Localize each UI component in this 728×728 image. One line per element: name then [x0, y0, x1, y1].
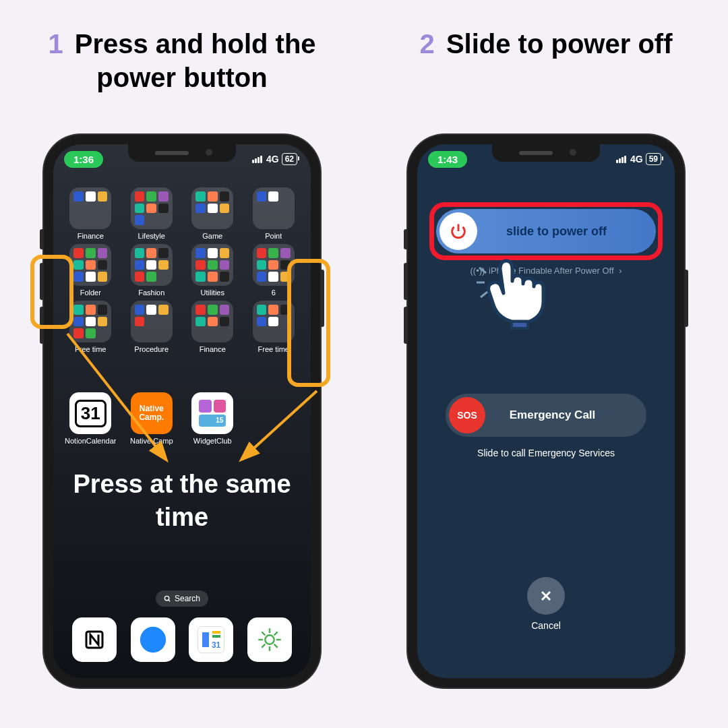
dock-app-notion[interactable]: [72, 617, 117, 662]
status-right: 4G 62: [252, 153, 297, 165]
folder-label: Folder: [80, 289, 101, 297]
emergency-label: Emergency Call: [485, 408, 646, 422]
folder-label: Utilities: [201, 289, 224, 297]
step-2: 2 Slide to power off 1:43 4G 59: [364, 0, 728, 728]
cancel-label: Cancel: [531, 620, 561, 631]
folder-label: Finance: [200, 345, 226, 353]
folder-utilities[interactable]: Utilities: [183, 244, 242, 297]
network-label: 4G: [630, 154, 643, 164]
notch: [492, 144, 600, 162]
folder-icon: [253, 187, 295, 229]
emergency-slider[interactable]: SOS Emergency Call: [446, 394, 646, 437]
signal-icon: [252, 156, 262, 163]
mute-switch[interactable]: [404, 229, 408, 249]
step-1-title: Press and hold the power button: [75, 29, 316, 92]
svg-line-14: [243, 391, 317, 458]
folder-icon: [131, 244, 173, 286]
step-1-header: 1 Press and hold the power button: [7, 27, 357, 121]
folder-icon: [191, 187, 233, 229]
power-off-screen: 1:43 4G 59 slide to power off: [417, 144, 675, 678]
svg-line-13: [67, 334, 165, 458]
volume-down-button[interactable]: [404, 307, 408, 344]
arrow-left: [61, 327, 182, 475]
highlight-power-button: [287, 259, 330, 387]
folder-lifestyle[interactable]: Lifestyle: [123, 187, 181, 240]
folder-icon: [191, 244, 233, 286]
folder-point[interactable]: Point: [245, 187, 303, 240]
step-2-num: 2: [420, 29, 435, 59]
search-pill[interactable]: Search: [156, 590, 208, 607]
svg-line-11: [262, 644, 265, 648]
folder-label: Point: [265, 232, 282, 240]
signal-icon: [616, 156, 626, 163]
folder-icon: [191, 301, 233, 342]
overlay-instruction: Press at the same time: [53, 468, 311, 535]
cancel-circle[interactable]: [527, 577, 565, 615]
battery-icon: 59: [646, 153, 661, 165]
dock-app-calendar[interactable]: 31: [189, 617, 233, 662]
step-2-title: Slide to power off: [446, 29, 673, 59]
folder-icon: [69, 187, 111, 229]
svg-point-0: [164, 596, 169, 600]
sos-knob[interactable]: SOS: [449, 397, 485, 433]
folder-finance[interactable]: Finance: [183, 301, 242, 353]
notch: [128, 144, 236, 162]
dock-app-star[interactable]: [247, 617, 292, 662]
phone-2: 1:43 4G 59 slide to power off: [408, 135, 684, 688]
status-right: 4G 59: [616, 153, 661, 165]
svg-line-10: [274, 644, 277, 648]
folder-label: Finance: [78, 232, 104, 240]
time-pill[interactable]: 1:36: [64, 151, 103, 168]
svg-rect-15: [512, 322, 528, 328]
folder-label: Fashion: [138, 289, 164, 297]
folder-icon: [69, 244, 111, 286]
svg-line-1: [169, 599, 170, 601]
svg-line-12: [274, 632, 277, 635]
close-icon: [538, 588, 554, 604]
steps-container: 1 Press and hold the power button 1:36 4…: [0, 0, 728, 728]
emergency-sub: Slide to call Emergency Services: [417, 448, 675, 458]
search-label: Search: [175, 594, 200, 603]
power-button[interactable]: [684, 270, 688, 327]
folder-label: 6: [272, 289, 276, 297]
step-1: 1 Press and hold the power button 1:36 4…: [0, 0, 364, 728]
mute-switch[interactable]: [40, 229, 44, 249]
folder-label: Free time: [258, 345, 289, 353]
folder-icon: [131, 187, 173, 229]
phone-2-screen: 1:43 4G 59 slide to power off: [417, 144, 675, 678]
step-2-header: 2 Slide to power off: [420, 27, 673, 121]
folder-label: Lifestyle: [138, 232, 165, 240]
volume-up-button[interactable]: [404, 263, 408, 300]
svg-point-4: [265, 635, 274, 644]
svg-line-9: [262, 632, 265, 635]
folder-fashion[interactable]: Fashion: [123, 244, 181, 297]
folder-finance[interactable]: Finance: [61, 187, 120, 240]
arrow-right: [229, 384, 324, 472]
app-icon: 15: [191, 392, 233, 434]
network-label: 4G: [266, 154, 279, 164]
cancel-button[interactable]: Cancel: [527, 577, 565, 631]
search-icon: [164, 595, 171, 603]
svg-point-3: [140, 627, 166, 653]
dock-app-safari[interactable]: [131, 617, 175, 662]
folder-label: Game: [202, 232, 222, 240]
time-pill[interactable]: 1:43: [428, 151, 467, 168]
app-label: WidgetClub: [193, 437, 232, 445]
highlight-volume-button: [30, 255, 73, 329]
battery-icon: 62: [282, 153, 297, 165]
folder-game[interactable]: Game: [183, 187, 242, 240]
step-1-num: 1: [48, 29, 63, 59]
dock: 31: [61, 611, 303, 669]
hand-cursor-icon: [470, 249, 551, 332]
